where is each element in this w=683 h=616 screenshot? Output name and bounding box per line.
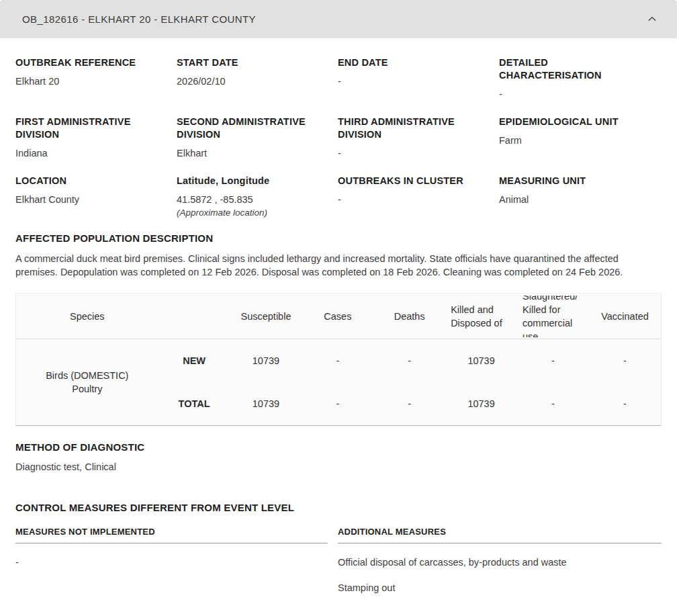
additional-measure-item: Official disposal of carcasses, by-produ… — [338, 556, 662, 569]
col-header-vaccinated: Vaccinated — [589, 294, 661, 339]
cell-susceptible: 10739 — [230, 382, 302, 425]
field-value: - — [338, 75, 487, 88]
cell-cases: - — [302, 382, 373, 425]
field-value: Farm — [499, 134, 649, 147]
species-subtype: Poultry — [20, 382, 154, 396]
method-of-diagnostic-heading: METHOD OF DIAGNOSTIC — [15, 441, 662, 453]
cell-killed-disposed: 10739 — [445, 382, 517, 425]
field-label: START DATE — [177, 56, 326, 69]
field-value: Elkhart — [177, 147, 326, 160]
field-epidemiological-unit: EPIDEMIOLOGICAL UNIT Farm — [499, 116, 662, 160]
cell-vaccinated: - — [589, 382, 661, 425]
method-of-diagnostic-section: METHOD OF DIAGNOSTIC Diagnostic test, Cl… — [15, 441, 662, 472]
field-outbreaks-in-cluster: OUTBREAKS IN CLUSTER - — [338, 175, 499, 218]
col-header-deaths: Deaths — [373, 294, 445, 339]
field-latitude-longitude: Latitude, Longitude 41.5872 , -85.835 (A… — [177, 175, 338, 218]
row-type-label: TOTAL — [158, 382, 230, 425]
approximate-location-note: (Approximate location) — [177, 208, 326, 218]
col-header-killed-disposed: Killed and Disposed of — [445, 294, 517, 339]
cell-vaccinated: - — [589, 339, 661, 382]
field-value: - — [338, 193, 487, 206]
field-value: 41.5872 , -85.835 — [177, 193, 326, 206]
field-location: LOCATION Elkhart County — [15, 175, 177, 218]
col-header-susceptible: Susceptible — [230, 294, 302, 339]
field-label: THIRD ADMINISTRATIVE DIVISION — [338, 116, 487, 141]
method-of-diagnostic-value: Diagnostic test, Clinical — [15, 461, 662, 472]
field-value: - — [499, 88, 649, 101]
field-label: OUTBREAKS IN CLUSTER — [338, 175, 487, 187]
control-measures-section: CONTROL MEASURES DIFFERENT FROM EVENT LE… — [15, 502, 662, 595]
field-value: Indiana — [15, 147, 165, 160]
field-value: 2026/02/10 — [177, 75, 326, 88]
field-detailed-characterisation: DETAILED CHARACTERISATION - — [499, 56, 662, 101]
outbreak-accordion-header[interactable]: OB_182616 - ELKHART 20 - ELKHART COUNTY — [0, 0, 677, 38]
cell-killed-disposed: 10739 — [445, 339, 517, 382]
species-name: Birds (DOMESTIC) — [20, 369, 154, 382]
affected-population-heading: AFFECTED POPULATION DESCRIPTION — [15, 232, 662, 244]
species-cell: Birds (DOMESTIC) Poultry — [16, 339, 158, 425]
additional-measures-heading: ADDITIONAL MEASURES — [338, 527, 662, 543]
outbreak-fields: OUTBREAK REFERENCE Elkhart 20 START DATE… — [15, 56, 662, 232]
cell-susceptible: 10739 — [230, 339, 302, 382]
field-start-date: START DATE 2026/02/10 — [177, 56, 338, 101]
col-header-slaughtered: Slaughtered/ Killed for commercial use — [517, 294, 589, 339]
field-label: DETAILED CHARACTERISATION — [499, 56, 649, 82]
field-value: Elkhart 20 — [15, 75, 165, 88]
table-header-row: Species Susceptible Cases Deaths Killed … — [16, 294, 661, 339]
cell-slaughtered: - — [517, 339, 589, 382]
field-label: SECOND ADMINISTRATIVE DIVISION — [177, 116, 326, 141]
field-label: FIRST ADMINISTRATIVE DIVISION — [15, 116, 165, 141]
field-outbreak-reference: OUTBREAK REFERENCE Elkhart 20 — [15, 56, 177, 101]
species-quantities-table: Species Susceptible Cases Deaths Killed … — [15, 293, 662, 426]
measures-not-implemented-heading: MEASURES NOT IMPLEMENTED — [15, 527, 328, 543]
table-row-new: Birds (DOMESTIC) Poultry NEW 10739 - - 1… — [16, 339, 661, 382]
field-value: - — [338, 147, 487, 160]
additional-measures-column: ADDITIONAL MEASURES Official disposal of… — [338, 527, 662, 595]
control-measures-columns: MEASURES NOT IMPLEMENTED - ADDITIONAL ME… — [15, 527, 662, 595]
col-header-row-type — [158, 294, 230, 339]
field-value: Elkhart County — [15, 193, 165, 206]
measures-not-implemented-value: - — [15, 556, 328, 569]
field-label: MEASURING UNIT — [499, 175, 649, 187]
field-measuring-unit: MEASURING UNIT Animal — [499, 175, 662, 218]
field-third-admin-division: THIRD ADMINISTRATIVE DIVISION - — [338, 116, 499, 160]
outbreak-detail-panel: OUTBREAK REFERENCE Elkhart 20 START DATE… — [15, 38, 662, 595]
affected-population-text: A commercial duck meat bird premises. Cl… — [15, 252, 662, 279]
cell-deaths: - — [373, 339, 445, 382]
outbreak-title: OB_182616 - ELKHART 20 - ELKHART COUNTY — [22, 13, 256, 25]
field-first-admin-division: FIRST ADMINISTRATIVE DIVISION Indiana — [15, 116, 177, 160]
cell-cases: - — [302, 339, 373, 382]
field-label: EPIDEMIOLOGICAL UNIT — [499, 116, 649, 128]
col-header-cases: Cases — [302, 294, 373, 339]
field-label: LOCATION — [15, 175, 165, 187]
additional-measure-item: Stamping out — [338, 582, 662, 595]
field-label: Latitude, Longitude — [177, 175, 326, 187]
control-measures-heading: CONTROL MEASURES DIFFERENT FROM EVENT LE… — [15, 502, 662, 513]
field-label: END DATE — [338, 56, 487, 69]
affected-population-section: AFFECTED POPULATION DESCRIPTION A commer… — [15, 232, 662, 279]
cell-deaths: - — [373, 382, 445, 425]
chevron-up-icon[interactable] — [646, 13, 658, 26]
field-end-date: END DATE - — [338, 56, 499, 101]
field-label: OUTBREAK REFERENCE — [15, 56, 165, 69]
row-type-label: NEW — [158, 339, 230, 382]
col-header-species: Species — [16, 294, 158, 339]
field-value: Animal — [499, 193, 649, 206]
cell-slaughtered: - — [517, 382, 589, 425]
measures-not-implemented-column: MEASURES NOT IMPLEMENTED - — [15, 527, 328, 595]
field-second-admin-division: SECOND ADMINISTRATIVE DIVISION Elkhart — [177, 116, 338, 160]
